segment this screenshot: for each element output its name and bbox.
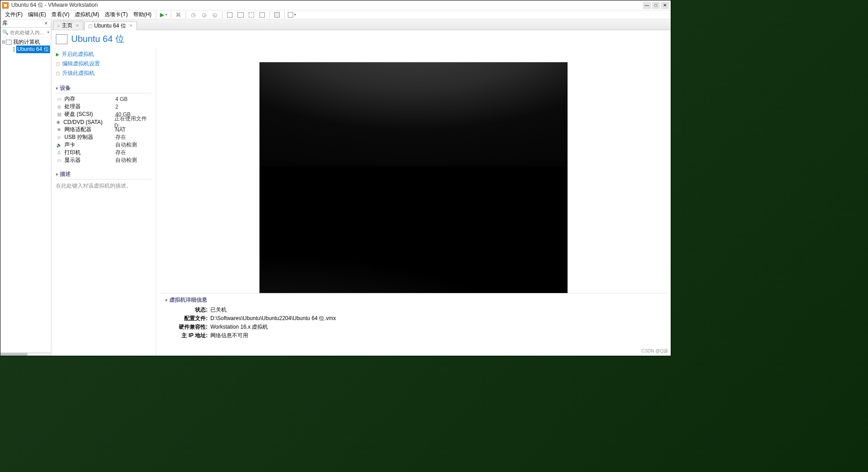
cd-icon: ◉ (56, 119, 61, 125)
device-label: 网络适配器 (64, 126, 115, 133)
action-edit-settings[interactable]: ▢ 编辑虚拟机设置 (56, 59, 151, 69)
device-cpu[interactable]: ◎处理器2 (56, 103, 151, 110)
collapse-arrow-icon: ▾ (56, 86, 58, 91)
menu-edit[interactable]: 编辑(E) (25, 10, 49, 19)
home-icon: ⌂ (57, 23, 60, 28)
tab-ubuntu[interactable]: ▢ Ubuntu 64 位 ✕ (84, 21, 137, 30)
tabbar: ⌂ 主页 ✕ ▢ Ubuntu 64 位 ✕ (51, 19, 671, 30)
action-upgrade[interactable]: ▢ 升级此虚拟机 (56, 69, 151, 78)
tree-vm-ubuntu[interactable]: Ubuntu 64 位 (0, 46, 51, 53)
revert-snapshot-button[interactable]: ◶ (199, 11, 209, 19)
device-value: 自动检测 (115, 156, 137, 164)
vm-left-panel: ▶ 开启此虚拟机 ▢ 编辑虚拟机设置 ▢ 升级此虚拟机 (51, 48, 156, 356)
close-button[interactable]: ✕ (661, 2, 669, 9)
stretch-guest-button[interactable]: ▾ (287, 11, 297, 19)
titlebar: Ubuntu 64 位 - VMware Workstation — □ ✕ (0, 0, 671, 10)
separator (171, 11, 171, 18)
device-display[interactable]: ▭显示器自动检测 (56, 156, 151, 164)
menu-vm[interactable]: 虚拟机(M) (72, 10, 102, 19)
device-label: USB 控制器 (64, 133, 115, 141)
devices-header[interactable]: ▾ 设备 (56, 84, 151, 93)
library-title: 库 (2, 19, 43, 27)
device-value: 存在 (115, 149, 126, 156)
device-usb[interactable]: ⎚USB 控制器存在 (56, 133, 151, 141)
separator (156, 11, 156, 18)
detail-config-file: 配置文件: D:\Softwares\Ubuntu\Ubuntu2204\Ubu… (165, 314, 662, 323)
memory-icon: ▭ (56, 96, 62, 102)
menubar: 文件(F) 编辑(E) 查看(V) 虚拟机(M) 选项卡(T) 帮助(H) ▶▾… (0, 10, 671, 19)
device-value: 自动检测 (115, 141, 137, 149)
search-icon: 🔍 (2, 29, 9, 35)
devices-section: ▾ 设备 ▭内存4 GB◎处理器2▤硬盘 (SCSI)40 GB◉CD/DVD … (56, 84, 151, 164)
vm-title: Ubuntu 64 位 (71, 33, 124, 45)
printer-icon: ⎙ (56, 150, 62, 156)
menu-tabs[interactable]: 选项卡(T) (102, 10, 130, 19)
display-icon: ▭ (56, 158, 62, 163)
upgrade-icon: ▢ (56, 71, 60, 76)
net-icon: ⵌ (56, 127, 62, 133)
search-dropdown-button[interactable]: ▾ (47, 30, 49, 34)
description-header[interactable]: ▾ 描述 (56, 170, 151, 179)
send-ctrl-alt-del-button[interactable]: ⌘ (173, 11, 183, 19)
library-scrollbar[interactable] (0, 352, 51, 356)
separator (269, 11, 270, 18)
vm-details-section: ▾ 虚拟机详细信息 状态: 已关机 配置文件: D:\Softwares\Ubu… (161, 293, 666, 344)
tab-close-button[interactable]: ✕ (129, 23, 133, 28)
device-printer[interactable]: ⎙打印机存在 (56, 149, 151, 156)
menu-file[interactable]: 文件(F) (2, 10, 25, 19)
device-label: CD/DVD (SATA) (64, 119, 114, 125)
vm-screen-thumbnail[interactable] (259, 62, 568, 293)
detail-hw-compat: 硬件兼容性: Workstation 16.x 虚拟机 (165, 323, 662, 331)
tree-root-my-computer[interactable]: ⊟ 我的计算机 (0, 38, 51, 46)
device-label: 声卡 (64, 141, 115, 149)
device-label: 内存 (64, 95, 115, 103)
library-search-input[interactable] (10, 30, 46, 35)
library-header: 库 ✕ (0, 19, 51, 27)
device-cd[interactable]: ◉CD/DVD (SATA)正在使用文件 D:... (56, 118, 151, 126)
power-on-button[interactable]: ▶▾ (159, 11, 168, 19)
collapse-arrow-icon: ▾ (56, 172, 58, 177)
watermark: CSDN @Q源 (641, 348, 668, 354)
tab-close-button[interactable]: ✕ (76, 23, 79, 28)
vm-header: Ubuntu 64 位 (51, 30, 671, 48)
vm-summary: Ubuntu 64 位 ▶ 开启此虚拟机 ▢ 编辑虚拟机设置 (51, 30, 671, 356)
vmware-app-icon (2, 2, 9, 9)
main-area: ⌂ 主页 ✕ ▢ Ubuntu 64 位 ✕ Ubuntu 64 位 (51, 19, 671, 356)
devices-list: ▭内存4 GB◎处理器2▤硬盘 (SCSI)40 GB◉CD/DVD (SATA… (56, 95, 151, 164)
view-thumbnail-button[interactable] (236, 11, 245, 19)
description-placeholder[interactable]: 在此处键入对该虚拟机的描述。 (56, 181, 151, 191)
vm-tab-icon: ▢ (88, 23, 92, 28)
device-value: 4 GB (115, 96, 127, 102)
tab-home[interactable]: ⌂ 主页 ✕ (53, 21, 83, 30)
view-unity-button[interactable] (246, 11, 256, 19)
computer-icon (6, 40, 12, 45)
scrollbar-thumb[interactable] (0, 353, 27, 356)
device-label: 硬盘 (SCSI) (64, 110, 115, 118)
device-memory[interactable]: ▭内存4 GB (56, 95, 151, 103)
device-label: 显示器 (64, 156, 115, 164)
edit-icon: ▢ (56, 61, 60, 66)
view-console-button[interactable] (225, 11, 235, 19)
separator (222, 11, 223, 18)
separator (284, 11, 285, 18)
action-power-on[interactable]: ▶ 开启此虚拟机 (56, 50, 151, 59)
library-close-button[interactable]: ✕ (43, 20, 49, 27)
collapse-arrow-icon: ▾ (165, 298, 168, 302)
device-label: 处理器 (64, 103, 115, 110)
detail-state: 状态: 已关机 (165, 306, 662, 314)
app-window: Ubuntu 64 位 - VMware Workstation — □ ✕ 文… (0, 0, 671, 356)
device-sound[interactable]: 🔈声卡自动检测 (56, 141, 151, 149)
menu-view[interactable]: 查看(V) (49, 10, 72, 19)
manage-snapshot-button[interactable]: ◵ (210, 11, 220, 19)
view-fullscreen-button[interactable] (257, 11, 267, 19)
collapse-icon[interactable]: ⊟ (1, 40, 6, 44)
maximize-button[interactable]: □ (652, 2, 660, 9)
snapshot-button[interactable]: ◷ (188, 11, 198, 19)
vm-preview-area: ▾ 虚拟机详细信息 状态: 已关机 配置文件: D:\Softwares\Ubu… (156, 48, 671, 356)
play-icon: ▶ (56, 52, 59, 57)
menu-help[interactable]: 帮助(H) (131, 10, 155, 19)
detail-ip: 主 IP 地址: 网络信息不可用 (165, 331, 662, 340)
minimize-button[interactable]: — (643, 2, 651, 9)
details-header[interactable]: ▾ 虚拟机详细信息 (165, 296, 662, 305)
quick-switch-button[interactable] (272, 11, 282, 19)
